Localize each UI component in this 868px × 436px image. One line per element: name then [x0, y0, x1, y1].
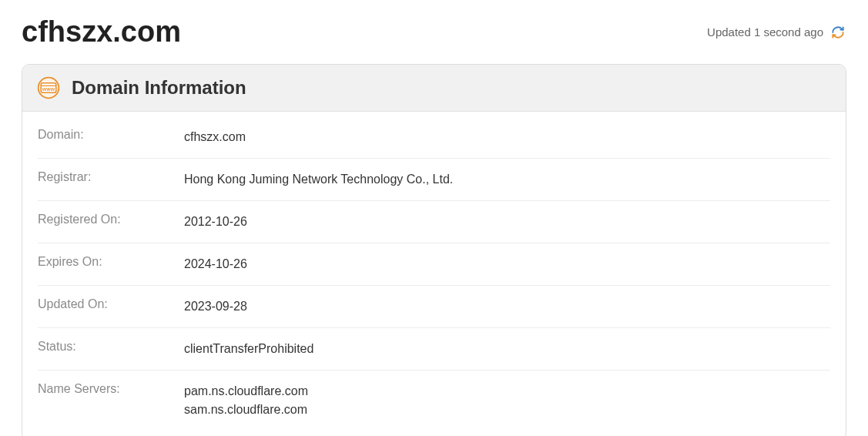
label-registrar: Registrar:	[38, 170, 184, 184]
updated-status: Updated 1 second ago	[707, 24, 846, 41]
label-registered-on: Registered On:	[38, 213, 184, 226]
page-header: cfhszx.com Updated 1 second ago	[22, 15, 846, 49]
domain-title: cfhszx.com	[22, 15, 181, 49]
name-server-2: sam.ns.cloudflare.com	[184, 401, 308, 419]
value-updated-on: 2023-09-28	[184, 297, 247, 316]
value-registrar: Hong Kong Juming Network Technology Co.,…	[184, 170, 453, 189]
row-expires-on: Expires On: 2024-10-26	[38, 243, 830, 286]
label-status: Status:	[38, 340, 184, 354]
value-domain: cfhszx.com	[184, 128, 246, 146]
row-name-servers: Name Servers: pam.ns.cloudflare.com sam.…	[38, 371, 830, 431]
updated-text: Updated 1 second ago	[707, 25, 823, 39]
label-updated-on: Updated On:	[38, 297, 184, 311]
svg-text:WWW: WWW	[42, 87, 55, 92]
refresh-button[interactable]	[829, 24, 846, 41]
row-domain: Domain: cfhszx.com	[38, 116, 830, 159]
row-updated-on: Updated On: 2023-09-28	[38, 286, 830, 328]
www-icon: WWW	[36, 75, 61, 100]
label-domain: Domain:	[38, 128, 184, 142]
refresh-icon	[830, 25, 846, 40]
name-server-1: pam.ns.cloudflare.com	[184, 382, 308, 401]
value-name-servers: pam.ns.cloudflare.com sam.ns.cloudflare.…	[184, 382, 308, 419]
panel-header: WWW Domain Information	[22, 65, 846, 112]
row-status: Status: clientTransferProhibited	[38, 328, 830, 371]
row-registrar: Registrar: Hong Kong Juming Network Tech…	[38, 159, 830, 201]
panel-title: Domain Information	[72, 77, 246, 99]
domain-info-panel: WWW Domain Information Domain: cfhszx.co…	[22, 64, 846, 436]
label-name-servers: Name Servers:	[38, 382, 184, 396]
label-expires-on: Expires On:	[38, 255, 184, 269]
info-rows: Domain: cfhszx.com Registrar: Hong Kong …	[22, 112, 846, 436]
value-expires-on: 2024-10-26	[184, 255, 247, 273]
value-registered-on: 2012-10-26	[184, 213, 247, 231]
value-status: clientTransferProhibited	[184, 340, 313, 358]
row-registered-on: Registered On: 2012-10-26	[38, 201, 830, 243]
